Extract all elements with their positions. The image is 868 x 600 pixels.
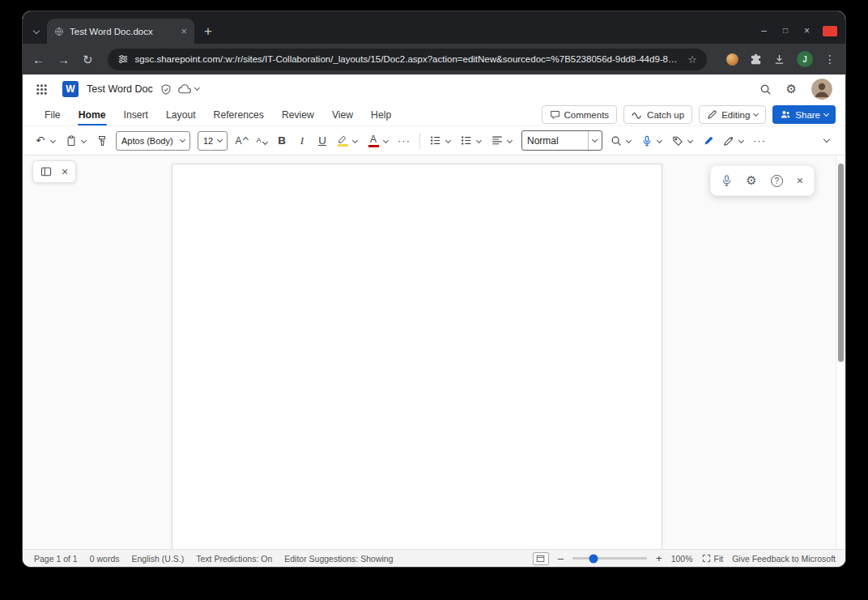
share-button[interactable]: Share: [772, 105, 836, 124]
ribbon-collapse-chevron-icon[interactable]: [823, 136, 830, 143]
font-size-chevron-icon[interactable]: [217, 136, 223, 142]
dictation-help-icon[interactable]: ?: [771, 175, 783, 187]
editor-suggestions-status[interactable]: Editor Suggestions: Showing: [284, 554, 393, 564]
italic-button[interactable]: I: [292, 130, 312, 151]
address-bar[interactable]: sgsc.sharepoint.com/:w:/r/sites/IT-Colla…: [108, 49, 707, 70]
comments-button[interactable]: Comments: [542, 105, 618, 124]
vertical-scrollbar[interactable]: [836, 155, 845, 549]
more-commands-button[interactable]: ···: [750, 130, 769, 151]
back-icon[interactable]: ←: [32, 53, 45, 66]
tab-home[interactable]: Home: [70, 104, 115, 126]
extensions-puzzle-icon[interactable]: [750, 53, 762, 66]
shrink-font-button[interactable]: A: [252, 130, 271, 151]
side-pane-icon[interactable]: [40, 167, 52, 177]
tab-file[interactable]: File: [36, 104, 70, 126]
font-name-combobox[interactable]: Aptos (Body): [116, 131, 190, 151]
paste-button[interactable]: [62, 130, 81, 151]
font-color-chevron-icon[interactable]: [383, 138, 389, 143]
new-tab-button[interactable]: +: [204, 24, 212, 38]
format-painter-button[interactable]: [92, 130, 112, 151]
underline-button[interactable]: U: [313, 130, 332, 151]
bullets-chevron-icon[interactable]: [445, 138, 451, 143]
styles-combobox[interactable]: Normal: [521, 130, 602, 151]
editing-mode-button[interactable]: Editing: [699, 105, 766, 124]
fit-to-page-button[interactable]: Fit: [702, 554, 724, 564]
dictate-chevron-icon[interactable]: [657, 138, 662, 143]
grow-font-button[interactable]: A: [232, 130, 251, 151]
reload-icon[interactable]: ↻: [83, 53, 93, 66]
document-title[interactable]: Test Word Doc: [87, 83, 153, 95]
font-size-combobox[interactable]: 12: [198, 131, 228, 151]
settings-gear-icon[interactable]: ⚙: [786, 82, 797, 96]
search-icon[interactable]: [760, 83, 772, 96]
word-count[interactable]: 0 words: [90, 554, 120, 564]
dictation-mic-icon[interactable]: [721, 174, 732, 187]
tab-search-chevron-icon[interactable]: [33, 28, 40, 34]
tab-view[interactable]: View: [323, 104, 362, 126]
browser-tab[interactable]: Test Word Doc.docx ×: [47, 19, 194, 44]
account-avatar[interactable]: [811, 79, 832, 100]
undo-chevron-icon[interactable]: [50, 138, 56, 143]
page-view-toggle-button[interactable]: [533, 552, 549, 565]
catch-up-button[interactable]: Catch up: [623, 105, 692, 124]
align-chevron-icon[interactable]: [507, 138, 513, 143]
find-button[interactable]: [606, 130, 626, 151]
tab-layout[interactable]: Layout: [157, 104, 205, 126]
browser-menu-icon[interactable]: ⋮: [824, 53, 836, 66]
numbering-button[interactable]: [457, 130, 476, 151]
document-page[interactable]: [172, 164, 662, 549]
bullets-button[interactable]: [426, 130, 445, 151]
paste-chevron-icon[interactable]: [81, 138, 87, 143]
bookmark-star-icon[interactable]: ☆: [687, 53, 697, 66]
zoom-in-button[interactable]: +: [656, 553, 662, 564]
undo-button[interactable]: ↶: [31, 130, 50, 151]
word-logo[interactable]: W: [62, 81, 79, 97]
url-text[interactable]: sgsc.sharepoint.com/:w:/r/sites/IT-Colla…: [135, 54, 680, 64]
page-count[interactable]: Page 1 of 1: [34, 554, 78, 564]
tab-help[interactable]: Help: [362, 104, 400, 126]
extension-icon[interactable]: [726, 53, 738, 66]
zoom-slider[interactable]: [572, 557, 647, 560]
save-status-cloud-icon[interactable]: [178, 84, 199, 94]
mini-panel-close-icon[interactable]: ×: [62, 166, 68, 177]
sensitivity-button[interactable]: [668, 130, 687, 151]
highlight-chevron-icon[interactable]: [352, 138, 358, 143]
sensitivity-shield-icon[interactable]: [160, 83, 172, 96]
zoom-slider-knob[interactable]: [589, 554, 598, 563]
tab-review[interactable]: Review: [273, 104, 323, 126]
tab-close-icon[interactable]: ×: [181, 25, 187, 37]
feedback-link[interactable]: Give Feedback to Microsoft: [732, 554, 836, 564]
bold-button[interactable]: B: [272, 130, 291, 151]
numbering-chevron-icon[interactable]: [476, 138, 482, 143]
more-font-options-button[interactable]: ···: [394, 130, 414, 151]
download-icon[interactable]: [773, 53, 785, 66]
app-launcher-waffle-icon[interactable]: [36, 83, 48, 96]
save-status-chevron-icon[interactable]: [194, 85, 200, 91]
sensitivity-chevron-icon[interactable]: [687, 138, 693, 143]
find-chevron-icon[interactable]: [626, 138, 632, 143]
align-button[interactable]: [487, 130, 507, 151]
text-predictions-status[interactable]: Text Predictions: On: [196, 554, 272, 564]
highlight-color-button[interactable]: [333, 130, 352, 151]
forward-icon[interactable]: →: [57, 53, 70, 66]
scrollbar-thumb[interactable]: [838, 164, 844, 362]
tab-insert[interactable]: Insert: [115, 104, 157, 126]
zoom-level[interactable]: 100%: [671, 554, 693, 564]
tab-references[interactable]: References: [205, 104, 273, 126]
dictation-settings-gear-icon[interactable]: ⚙: [746, 173, 756, 188]
window-close-button[interactable]: ×: [804, 26, 810, 36]
dictation-close-icon[interactable]: ×: [797, 175, 803, 186]
site-settings-icon[interactable]: [117, 53, 129, 65]
zoom-out-button[interactable]: –: [558, 553, 564, 564]
copilot-chevron-icon[interactable]: [738, 138, 744, 143]
copilot-rewrite-button[interactable]: [719, 130, 738, 151]
language-status[interactable]: English (U.S.): [131, 554, 184, 564]
window-maximize-button[interactable]: □: [783, 27, 788, 35]
dictate-button[interactable]: [637, 130, 657, 151]
browser-profile-avatar[interactable]: J: [797, 51, 813, 67]
editor-button[interactable]: [699, 130, 718, 151]
font-name-chevron-icon[interactable]: [180, 136, 185, 142]
styles-chevron-box[interactable]: [588, 131, 597, 150]
font-color-button[interactable]: A: [364, 130, 383, 151]
window-minimize-button[interactable]: –: [761, 26, 767, 36]
